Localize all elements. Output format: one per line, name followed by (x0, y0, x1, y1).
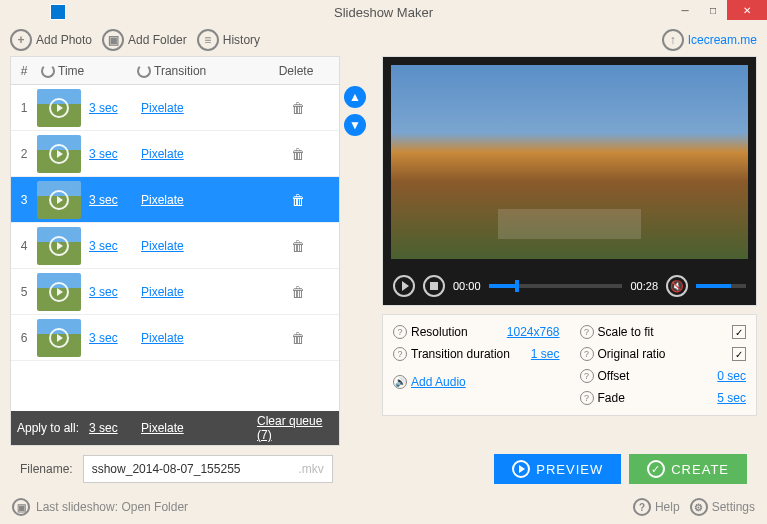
settings-panel: ?Resolution1024x768 ?Transition duration… (382, 314, 757, 416)
icecream-label: Icecream.me (688, 33, 757, 47)
clock-icon (41, 64, 55, 78)
play-icon (49, 190, 69, 210)
row-transition[interactable]: Pixelate (141, 147, 257, 161)
row-time[interactable]: 3 sec (89, 101, 141, 115)
row-time[interactable]: 3 sec (89, 193, 141, 207)
help-button[interactable]: ?Help (633, 498, 680, 516)
row-time[interactable]: 3 sec (89, 285, 141, 299)
close-button[interactable]: ✕ (727, 0, 767, 20)
plus-icon: + (10, 29, 32, 51)
slide-thumbnail[interactable] (37, 89, 81, 127)
maximize-button[interactable]: □ (699, 0, 727, 20)
play-icon (49, 236, 69, 256)
table-row[interactable]: 63 secPixelate (11, 315, 339, 361)
slide-thumbnail[interactable] (37, 181, 81, 219)
transition-icon (137, 64, 151, 78)
time-current: 00:00 (453, 280, 481, 292)
filename-input[interactable]: sshow_2014-08-07_155255 .mkv (83, 455, 333, 483)
offset-label: Offset (598, 369, 630, 383)
apply-all-row: Apply to all: 3 sec Pixelate Clear queue… (11, 411, 339, 445)
delete-button[interactable] (257, 100, 339, 116)
help-icon[interactable]: ? (580, 369, 594, 383)
row-transition[interactable]: Pixelate (141, 193, 257, 207)
icecream-link[interactable]: ↑ Icecream.me (662, 29, 757, 51)
row-number: 4 (11, 239, 37, 253)
window-controls: ─ □ ✕ (671, 0, 767, 20)
table-row[interactable]: 23 secPixelate (11, 131, 339, 177)
slide-thumbnail[interactable] (37, 227, 81, 265)
audio-icon: 🔊 (393, 375, 407, 389)
preview-image[interactable] (391, 65, 748, 259)
fade-label: Fade (598, 391, 625, 405)
fade-value[interactable]: 5 sec (717, 391, 746, 405)
header-transition[interactable]: Transition (137, 64, 253, 78)
offset-value[interactable]: 0 sec (717, 369, 746, 383)
add-photo-button[interactable]: + Add Photo (10, 29, 92, 51)
delete-button[interactable] (257, 330, 339, 346)
seek-slider[interactable] (489, 284, 623, 288)
clear-queue-button[interactable]: Clear queue (7) (257, 414, 339, 442)
delete-button[interactable] (257, 238, 339, 254)
gear-icon: ⚙ (690, 498, 708, 516)
titlebar: Slideshow Maker ─ □ ✕ (0, 0, 767, 24)
slide-thumbnail[interactable] (37, 319, 81, 357)
row-transition[interactable]: Pixelate (141, 101, 257, 115)
create-button[interactable]: CREATE (629, 454, 747, 484)
stop-button[interactable] (423, 275, 445, 297)
apply-all-transition[interactable]: Pixelate (141, 421, 257, 435)
preview-panel: 00:00 00:28 🔇 (382, 56, 757, 306)
move-down-button[interactable]: ▼ (344, 114, 366, 136)
row-transition[interactable]: Pixelate (141, 285, 257, 299)
row-transition[interactable]: Pixelate (141, 331, 257, 345)
delete-button[interactable] (257, 146, 339, 162)
slide-thumbnail[interactable] (37, 135, 81, 173)
window-title: Slideshow Maker (334, 5, 433, 20)
scale-checkbox[interactable]: ✓ (732, 325, 746, 339)
table-row[interactable]: 33 secPixelate (11, 177, 339, 223)
table-row[interactable]: 53 secPixelate (11, 269, 339, 315)
last-slideshow-link[interactable]: Last slideshow: Open Folder (36, 500, 188, 514)
history-icon: ≡ (197, 29, 219, 51)
help-icon[interactable]: ? (580, 325, 594, 339)
delete-button[interactable] (257, 192, 339, 208)
resolution-value[interactable]: 1024x768 (507, 325, 560, 339)
app-icon (50, 4, 66, 20)
ratio-checkbox[interactable]: ✓ (732, 347, 746, 361)
apply-all-time[interactable]: 3 sec (89, 421, 141, 435)
filename-value: sshow_2014-08-07_155255 (92, 462, 241, 476)
row-time[interactable]: 3 sec (89, 239, 141, 253)
delete-button[interactable] (257, 284, 339, 300)
header-num: # (11, 64, 37, 78)
table-row[interactable]: 13 secPixelate (11, 85, 339, 131)
add-folder-button[interactable]: ▣ Add Folder (102, 29, 187, 51)
play-icon (49, 98, 69, 118)
minimize-button[interactable]: ─ (671, 0, 699, 20)
play-icon (49, 328, 69, 348)
preview-button[interactable]: PREVIEW (494, 454, 621, 484)
help-icon[interactable]: ? (580, 391, 594, 405)
time-total: 00:28 (630, 280, 658, 292)
trans-dur-value[interactable]: 1 sec (531, 347, 560, 361)
settings-button[interactable]: ⚙Settings (690, 498, 755, 516)
mute-button[interactable]: 🔇 (666, 275, 688, 297)
table-row[interactable]: 43 secPixelate (11, 223, 339, 269)
header-time[interactable]: Time (37, 64, 137, 78)
add-folder-label: Add Folder (128, 33, 187, 47)
add-photo-label: Add Photo (36, 33, 92, 47)
row-time[interactable]: 3 sec (89, 331, 141, 345)
help-icon[interactable]: ? (580, 347, 594, 361)
row-time[interactable]: 3 sec (89, 147, 141, 161)
history-button[interactable]: ≡ History (197, 29, 260, 51)
volume-slider[interactable] (696, 284, 746, 288)
footer: ▣ Last slideshow: Open Folder ?Help ⚙Set… (0, 492, 767, 522)
ratio-label: Original ratio (598, 347, 666, 361)
help-icon[interactable]: ? (393, 347, 407, 361)
help-icon[interactable]: ? (393, 325, 407, 339)
play-button[interactable] (393, 275, 415, 297)
add-audio-button[interactable]: Add Audio (411, 375, 466, 389)
filename-ext: .mkv (298, 462, 323, 476)
row-transition[interactable]: Pixelate (141, 239, 257, 253)
slide-thumbnail[interactable] (37, 273, 81, 311)
row-number: 2 (11, 147, 37, 161)
move-up-button[interactable]: ▲ (344, 86, 366, 108)
